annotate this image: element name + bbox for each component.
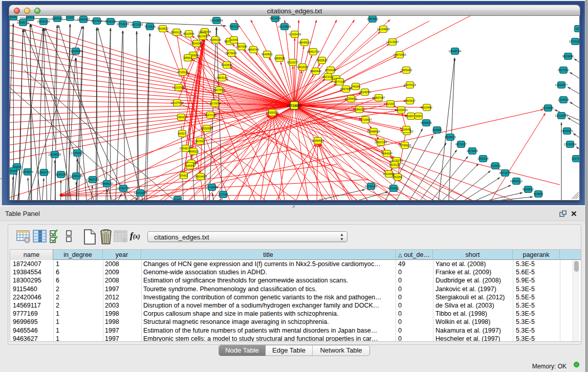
svg-text:1145194: 1145194	[55, 173, 66, 176]
svg-text:8105: 8105	[10, 16, 16, 18]
svg-text:21364436: 21364436	[345, 97, 358, 100]
svg-text:7663822: 7663822	[157, 27, 168, 30]
svg-text:12975115: 12975115	[404, 83, 416, 86]
svg-text:3624554: 3624554	[359, 91, 371, 94]
svg-text:20053346: 20053346	[70, 50, 82, 53]
svg-text:9699695: 9699695	[421, 121, 432, 124]
svg-text:917006: 917006	[210, 102, 220, 105]
svg-text:10973493: 10973493	[394, 53, 406, 56]
svg-text:11546: 11546	[230, 38, 237, 41]
svg-text:16210643: 16210643	[555, 114, 568, 117]
svg-text:6990448: 6990448	[310, 70, 321, 73]
svg-text:25402: 25402	[180, 174, 188, 177]
svg-text:10807487: 10807487	[373, 96, 385, 99]
svg-text:12093877: 12093877	[555, 83, 568, 86]
svg-text:20691406: 20691406	[37, 20, 50, 23]
svg-text:8813054: 8813054	[270, 17, 281, 20]
svg-text:16914479: 16914479	[194, 175, 207, 178]
svg-text:2103: 2103	[67, 16, 73, 19]
svg-text:9245652: 9245652	[522, 188, 534, 191]
svg-text:8660125: 8660125	[171, 31, 182, 34]
svg-text:17353924: 17353924	[71, 151, 84, 155]
svg-text:2935114: 2935114	[477, 157, 488, 160]
svg-text:12213369: 12213369	[172, 86, 185, 89]
svg-text:9827500: 9827500	[197, 35, 208, 38]
svg-text:12213967: 12213967	[386, 40, 399, 43]
svg-text:19756923: 19756923	[399, 144, 411, 147]
svg-text:116753: 116753	[572, 157, 580, 160]
svg-text:6466160: 6466160	[105, 20, 116, 23]
svg-text:19218506: 19218506	[278, 25, 291, 28]
svg-text:10653287: 10653287	[77, 18, 90, 21]
svg-text:5322037: 5322037	[287, 61, 298, 64]
svg-text:12942737: 12942737	[38, 171, 51, 174]
svg-text:746266: 746266	[351, 85, 361, 88]
svg-text:11325419: 11325419	[289, 33, 301, 36]
svg-text:1362615: 1362615	[297, 65, 308, 69]
svg-text:8186325: 8186325	[210, 38, 221, 41]
svg-text:16648784: 16648784	[449, 50, 462, 53]
svg-text:16961758: 16961758	[307, 50, 320, 53]
svg-text:1733426: 1733426	[388, 187, 399, 190]
svg-text:9684067: 9684067	[381, 152, 393, 155]
svg-text:8427552: 8427552	[213, 89, 225, 92]
svg-text:117164: 117164	[219, 193, 228, 196]
svg-text:15716485: 15716485	[206, 186, 219, 189]
svg-text:9245: 9245	[175, 198, 181, 201]
svg-text:9115460: 9115460	[421, 106, 432, 109]
svg-text:10688609: 10688609	[367, 130, 380, 133]
svg-text:7515526: 7515526	[144, 25, 156, 28]
svg-text:17957215: 17957215	[86, 178, 99, 181]
svg-text:4498222: 4498222	[188, 150, 199, 153]
svg-text:16671355: 16671355	[130, 23, 143, 26]
svg-text:2967608: 2967608	[236, 45, 247, 48]
svg-text:18640910: 18640910	[298, 41, 311, 44]
svg-text:5875685: 5875685	[226, 52, 237, 55]
svg-text:8471676: 8471676	[499, 171, 511, 174]
svg-text:16107554: 16107554	[171, 101, 184, 104]
svg-text:6879197: 6879197	[455, 143, 467, 146]
svg-text:10719155: 10719155	[117, 23, 129, 26]
svg-text:16543362: 16543362	[190, 42, 203, 45]
svg-text:9474444: 9474444	[467, 149, 478, 152]
svg-text:1588520: 1588520	[274, 57, 285, 60]
svg-text:20531: 20531	[26, 16, 34, 19]
svg-text:1527602: 1527602	[91, 19, 102, 23]
svg-text:7955812: 7955812	[316, 59, 328, 62]
svg-text:1615132: 1615132	[389, 163, 400, 166]
svg-text:1089917: 1089917	[52, 17, 63, 20]
svg-text:39159: 39159	[10, 169, 17, 172]
svg-text:12923448: 12923448	[134, 191, 147, 194]
svg-text:252254: 252254	[393, 176, 403, 179]
svg-text:14055712: 14055712	[17, 21, 30, 24]
svg-text:15692971: 15692971	[561, 129, 574, 133]
svg-text:16099: 16099	[186, 164, 194, 167]
svg-text:887833: 887833	[195, 140, 205, 143]
svg-text:9777169: 9777169	[334, 80, 345, 83]
svg-text:16154808: 16154808	[377, 28, 390, 31]
svg-text:6497568: 6497568	[340, 87, 352, 91]
svg-text:19384554: 19384554	[312, 139, 324, 142]
svg-text:924565: 924565	[534, 192, 543, 195]
svg-text:2803144: 2803144	[216, 76, 228, 79]
svg-text:10654112: 10654112	[510, 180, 522, 183]
svg-text:9227342: 9227342	[558, 69, 569, 72]
svg-text:18724007: 18724007	[287, 104, 302, 107]
svg-text:2718126: 2718126	[177, 71, 188, 74]
svg-text:12905135: 12905135	[70, 174, 83, 178]
svg-text:15751074: 15751074	[569, 40, 580, 43]
svg-text:19645: 19645	[402, 128, 410, 131]
svg-text:98962: 98962	[184, 56, 192, 59]
svg-text:6794028: 6794028	[325, 69, 336, 72]
svg-text:8912954: 8912954	[183, 32, 194, 35]
svg-text:7857224: 7857224	[229, 25, 240, 28]
svg-text:16782759: 16782759	[117, 187, 130, 190]
svg-text:16033809: 16033809	[210, 19, 223, 22]
svg-text:62160: 62160	[386, 102, 395, 105]
svg-text:15720407: 15720407	[359, 118, 372, 121]
svg-text:9146821: 9146821	[262, 53, 273, 56]
svg-text:1117: 1117	[575, 27, 580, 30]
svg-text:9329966: 9329966	[562, 55, 574, 58]
svg-text:164095: 164095	[432, 128, 442, 132]
svg-text:12353594: 12353594	[201, 127, 213, 130]
